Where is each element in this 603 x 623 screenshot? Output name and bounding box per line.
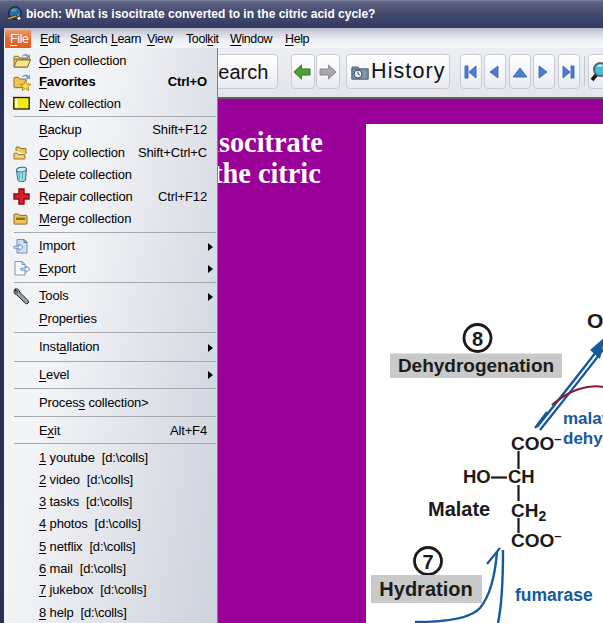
svg-text:malate: malate: [563, 409, 603, 428]
svg-text:Malate: Malate: [428, 498, 490, 520]
svg-text:HO: HO: [463, 466, 491, 487]
svg-text:O: O: [587, 309, 603, 332]
svg-text:8: 8: [472, 328, 483, 350]
svg-text:7: 7: [422, 551, 433, 573]
svg-text:COO–: COO–: [511, 431, 562, 454]
svg-text:Hydration: Hydration: [379, 578, 472, 600]
svg-text:COO–: COO–: [511, 528, 562, 551]
svg-text:CH: CH: [508, 466, 535, 487]
svg-text:dehydrogenase: dehydrogenase: [563, 429, 603, 448]
svg-text:Dehydrogenation: Dehydrogenation: [398, 355, 554, 376]
svg-text:fumarase: fumarase: [515, 585, 593, 605]
svg-text:CH2: CH2: [511, 500, 546, 524]
